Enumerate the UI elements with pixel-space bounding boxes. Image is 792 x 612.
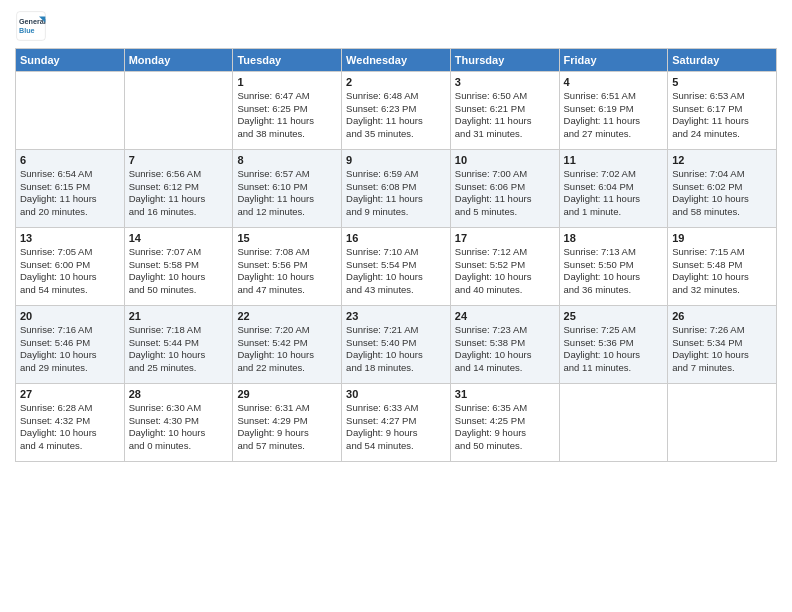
page-container: General Blue SundayMondayTuesdayWednesda… [0,0,792,472]
day-info-text: Sunset: 6:02 PM [672,181,772,194]
day-info-text: Sunrise: 7:04 AM [672,168,772,181]
day-info-text: Sunset: 5:44 PM [129,337,229,350]
calendar-cell [559,384,668,462]
day-info-text: Sunset: 5:34 PM [672,337,772,350]
day-info-text: Sunset: 6:17 PM [672,103,772,116]
calendar-cell: 14Sunrise: 7:07 AMSunset: 5:58 PMDayligh… [124,228,233,306]
day-info-text: and 11 minutes. [564,362,664,375]
day-number: 10 [455,153,555,168]
day-number: 20 [20,309,120,324]
calendar-cell: 6Sunrise: 6:54 AMSunset: 6:15 PMDaylight… [16,150,125,228]
calendar-header: SundayMondayTuesdayWednesdayThursdayFrid… [16,49,777,72]
day-info-text: Sunrise: 7:07 AM [129,246,229,259]
day-info-text: Daylight: 10 hours [20,349,120,362]
day-info-text: and 20 minutes. [20,206,120,219]
header-row: SundayMondayTuesdayWednesdayThursdayFrid… [16,49,777,72]
day-info-text: and 31 minutes. [455,128,555,141]
day-info-text: Sunrise: 7:16 AM [20,324,120,337]
day-number: 14 [129,231,229,246]
header-day-saturday: Saturday [668,49,777,72]
day-info-text: Sunrise: 6:33 AM [346,402,446,415]
day-info-text: and 24 minutes. [672,128,772,141]
header-day-thursday: Thursday [450,49,559,72]
day-info-text: Sunrise: 6:51 AM [564,90,664,103]
day-number: 29 [237,387,337,402]
day-info-text: Daylight: 11 hours [346,115,446,128]
day-info-text: Daylight: 10 hours [455,271,555,284]
day-info-text: Daylight: 11 hours [237,115,337,128]
day-info-text: Sunset: 6:19 PM [564,103,664,116]
day-info-text: Daylight: 10 hours [346,271,446,284]
calendar-cell: 30Sunrise: 6:33 AMSunset: 4:27 PMDayligh… [342,384,451,462]
day-info-text: Sunrise: 6:53 AM [672,90,772,103]
calendar-cell: 25Sunrise: 7:25 AMSunset: 5:36 PMDayligh… [559,306,668,384]
day-info-text: and 36 minutes. [564,284,664,297]
day-info-text: Sunrise: 6:57 AM [237,168,337,181]
day-number: 25 [564,309,664,324]
day-info-text: Daylight: 10 hours [672,349,772,362]
day-number: 26 [672,309,772,324]
day-number: 21 [129,309,229,324]
calendar-cell: 22Sunrise: 7:20 AMSunset: 5:42 PMDayligh… [233,306,342,384]
day-info-text: Daylight: 9 hours [455,427,555,440]
header-day-monday: Monday [124,49,233,72]
day-info-text: and 57 minutes. [237,440,337,453]
day-info-text: and 25 minutes. [129,362,229,375]
logo-icon: General Blue [15,10,47,42]
day-info-text: Daylight: 10 hours [237,271,337,284]
day-info-text: Daylight: 10 hours [20,427,120,440]
day-number: 11 [564,153,664,168]
day-info-text: Sunrise: 7:15 AM [672,246,772,259]
day-info-text: and 7 minutes. [672,362,772,375]
header-day-wednesday: Wednesday [342,49,451,72]
calendar-cell: 28Sunrise: 6:30 AMSunset: 4:30 PMDayligh… [124,384,233,462]
calendar-cell: 12Sunrise: 7:04 AMSunset: 6:02 PMDayligh… [668,150,777,228]
calendar-cell: 27Sunrise: 6:28 AMSunset: 4:32 PMDayligh… [16,384,125,462]
day-info-text: Sunset: 5:58 PM [129,259,229,272]
day-info-text: Sunrise: 7:10 AM [346,246,446,259]
calendar-cell: 20Sunrise: 7:16 AMSunset: 5:46 PMDayligh… [16,306,125,384]
day-info-text: Daylight: 11 hours [564,115,664,128]
day-info-text: Sunset: 6:21 PM [455,103,555,116]
calendar-cell: 5Sunrise: 6:53 AMSunset: 6:17 PMDaylight… [668,72,777,150]
day-info-text: Sunrise: 6:47 AM [237,90,337,103]
day-info-text: Daylight: 10 hours [346,349,446,362]
week-row-1: 1Sunrise: 6:47 AMSunset: 6:25 PMDaylight… [16,72,777,150]
day-number: 22 [237,309,337,324]
header-day-tuesday: Tuesday [233,49,342,72]
day-info-text: Sunset: 5:38 PM [455,337,555,350]
day-info-text: and 5 minutes. [455,206,555,219]
day-info-text: and 29 minutes. [20,362,120,375]
day-info-text: Sunset: 5:50 PM [564,259,664,272]
day-info-text: Daylight: 10 hours [129,349,229,362]
day-info-text: Daylight: 10 hours [237,349,337,362]
calendar-cell: 15Sunrise: 7:08 AMSunset: 5:56 PMDayligh… [233,228,342,306]
day-info-text: Sunset: 6:00 PM [20,259,120,272]
calendar-table: SundayMondayTuesdayWednesdayThursdayFrid… [15,48,777,462]
day-info-text: Daylight: 9 hours [346,427,446,440]
day-number: 2 [346,75,446,90]
header-day-sunday: Sunday [16,49,125,72]
day-info-text: Sunrise: 6:30 AM [129,402,229,415]
calendar-cell: 11Sunrise: 7:02 AMSunset: 6:04 PMDayligh… [559,150,668,228]
day-info-text: Daylight: 10 hours [129,427,229,440]
header-day-friday: Friday [559,49,668,72]
day-info-text: Sunrise: 6:50 AM [455,90,555,103]
day-info-text: Daylight: 11 hours [455,193,555,206]
day-info-text: Sunset: 4:30 PM [129,415,229,428]
day-info-text: Sunset: 6:25 PM [237,103,337,116]
calendar-cell: 18Sunrise: 7:13 AMSunset: 5:50 PMDayligh… [559,228,668,306]
logo: General Blue [15,10,51,42]
day-info-text: Sunrise: 7:23 AM [455,324,555,337]
day-info-text: Sunset: 5:56 PM [237,259,337,272]
day-number: 31 [455,387,555,402]
day-info-text: Sunset: 5:52 PM [455,259,555,272]
day-info-text: Daylight: 10 hours [564,271,664,284]
day-info-text: Sunrise: 6:59 AM [346,168,446,181]
day-info-text: Sunrise: 6:48 AM [346,90,446,103]
day-number: 5 [672,75,772,90]
day-info-text: Sunset: 5:36 PM [564,337,664,350]
day-info-text: Sunset: 6:12 PM [129,181,229,194]
day-info-text: Sunset: 5:46 PM [20,337,120,350]
day-info-text: Sunset: 4:25 PM [455,415,555,428]
